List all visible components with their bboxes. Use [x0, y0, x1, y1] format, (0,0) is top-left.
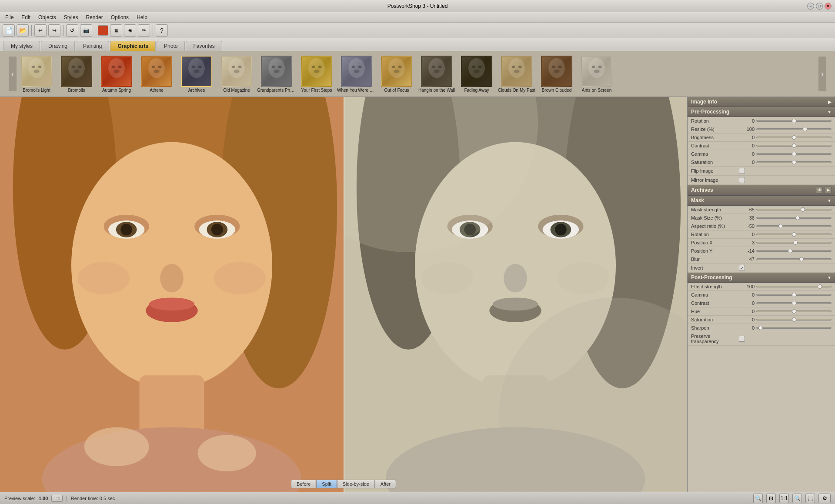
post-hue-slider[interactable] — [756, 310, 832, 312]
svg-point-8 — [108, 58, 125, 77]
zoom-window-button[interactable]: ⬚ — [805, 494, 815, 503]
tab-my-styles[interactable]: My styles — [3, 41, 40, 51]
undo-button[interactable]: ↩ — [34, 24, 47, 37]
menu-help[interactable]: Help — [133, 13, 151, 21]
preset-item-grandparents[interactable]: Grandparents Photo — [257, 56, 297, 93]
scale-11-button[interactable]: 1:1 — [51, 495, 62, 502]
view-split-button[interactable]: Split — [316, 480, 337, 488]
new-button[interactable]: 📄 — [3, 24, 15, 37]
pre-saturation-slider[interactable] — [756, 161, 832, 163]
post-saturation-row: Saturation 0 — [688, 316, 835, 324]
post-saturation-slider[interactable] — [756, 319, 832, 320]
mask-size-row: Mask Size (%) 36 — [688, 214, 835, 222]
post-effect-slider[interactable] — [756, 286, 832, 287]
pre-flip-checkbox[interactable] — [739, 168, 745, 174]
post-sharpen-slider[interactable] — [756, 327, 832, 329]
preset-item-brown[interactable]: Brown Clouded — [537, 56, 577, 93]
select-none-button[interactable] — [98, 25, 108, 36]
revert-button[interactable]: ↺ — [66, 24, 78, 37]
preset-item-autumn-spring[interactable]: Autumn Spring — [97, 56, 137, 93]
mask-blur-slider[interactable] — [756, 258, 832, 260]
presets-next-arrow[interactable]: › — [818, 57, 826, 91]
help-button[interactable]: ? — [156, 24, 168, 37]
toolbar-separator-3 — [95, 25, 95, 36]
mask-invert-checkbox[interactable]: ✓ — [739, 265, 745, 271]
zoom-in-button[interactable]: 🔍 — [792, 494, 802, 503]
post-contrast-slider[interactable] — [756, 302, 832, 304]
preset-item-focus[interactable]: Out of Focus — [377, 56, 417, 93]
canvas-divider[interactable] — [344, 97, 344, 492]
select-circle-button[interactable]: ◉ — [124, 24, 136, 37]
zoom-11-button[interactable]: 1:1 — [779, 494, 789, 503]
preset-item-archives[interactable]: Archives — [177, 56, 217, 93]
mask-posx-row: Position X 3 — [688, 239, 835, 247]
mask-posx-slider[interactable] — [756, 242, 832, 244]
mask-strength-slider[interactable] — [756, 209, 832, 210]
menu-options[interactable]: Options — [107, 13, 132, 21]
pre-rotation-slider[interactable] — [756, 120, 832, 122]
zoom-out-button[interactable]: 🔍 — [753, 494, 763, 503]
mask-aspect-thumb — [778, 224, 783, 228]
tab-drawing[interactable]: Drawing — [41, 41, 75, 51]
close-button[interactable]: ✕ — [825, 3, 832, 10]
preset-item-young[interactable]: When You Were Young — [337, 56, 377, 93]
post-preserve-checkbox[interactable] — [739, 336, 745, 342]
settings-button[interactable]: ⚙ — [818, 494, 831, 503]
archives-header[interactable]: Archives 👁 ▶ — [688, 185, 835, 196]
pre-contrast-slider[interactable] — [756, 145, 832, 147]
post-effect-label: Effect strength — [691, 284, 739, 289]
redo-button[interactable]: ↪ — [48, 24, 60, 37]
preset-item-fading[interactable]: Fading Away — [457, 56, 497, 93]
open-button[interactable]: 📂 — [17, 24, 29, 37]
preset-item-athene[interactable]: Athene — [137, 56, 177, 93]
view-before-button[interactable]: Before — [291, 480, 316, 488]
zoom-fit-button[interactable]: ⊡ — [766, 494, 776, 503]
view-after-button[interactable]: After — [375, 480, 396, 488]
preset-thumb-brown — [541, 56, 572, 87]
preset-thumb-grandparents — [261, 56, 292, 87]
menu-render[interactable]: Render — [82, 13, 106, 21]
mask-size-slider[interactable] — [756, 217, 832, 219]
select-rect-button[interactable]: ▦ — [110, 24, 122, 37]
preset-item-first-steps[interactable]: Your First Steps — [297, 56, 337, 93]
pre-processing-header[interactable]: Pre-Processing ▼ — [688, 107, 835, 117]
menu-file[interactable]: File — [2, 13, 17, 21]
pre-brightness-slider[interactable] — [756, 137, 832, 138]
archives-eye-button[interactable]: 👁 — [816, 187, 823, 194]
mask-aspect-slider[interactable] — [756, 225, 832, 227]
menu-objects[interactable]: Objects — [35, 13, 60, 21]
post-processing-header[interactable]: Post-Processing ▼ — [688, 273, 835, 283]
svg-point-2 — [38, 65, 42, 68]
pre-mirror-checkbox[interactable] — [739, 177, 745, 183]
svg-point-49 — [512, 65, 515, 68]
menu-edit[interactable]: Edit — [18, 13, 34, 21]
view-sidebyside-button[interactable]: Side-by-side — [337, 480, 375, 488]
capture-button[interactable]: 📷 — [80, 24, 92, 37]
tab-photo[interactable]: Photo — [157, 41, 185, 51]
pre-resize-slider[interactable] — [756, 128, 832, 130]
preset-item-hangin[interactable]: Hangin on the Wall — [417, 56, 457, 93]
mask-header[interactable]: Mask ▼ — [688, 196, 835, 206]
maximize-button[interactable]: □ — [816, 3, 823, 10]
svg-point-22 — [238, 65, 242, 68]
preset-item-clouds[interactable]: Clouds On My Past — [497, 56, 537, 93]
tab-graphic-arts[interactable]: Graphic arts — [110, 41, 156, 51]
preset-item-bromoils[interactable]: Bromoils — [57, 56, 97, 93]
face-right — [344, 97, 687, 492]
archives-play-button[interactable]: ▶ — [825, 187, 832, 194]
window-controls[interactable]: − □ ✕ — [807, 3, 832, 10]
presets-prev-arrow[interactable]: ‹ — [9, 57, 17, 91]
minimize-button[interactable]: − — [807, 3, 814, 10]
preset-item-old-magazine[interactable]: Old Magazine — [217, 56, 257, 93]
menu-styles[interactable]: Styles — [60, 13, 82, 21]
tab-painting[interactable]: Painting — [76, 41, 109, 51]
tab-favorites[interactable]: Favorites — [186, 41, 222, 51]
mask-posy-slider[interactable] — [756, 250, 832, 252]
preset-item-bromoils-light[interactable]: Bromoils Light — [17, 56, 57, 93]
pre-gamma-slider[interactable] — [756, 153, 832, 155]
mask-rotation-slider[interactable] — [756, 234, 832, 235]
image-info-header[interactable]: Image Info ▶ — [688, 97, 835, 107]
brush-button[interactable]: ✏ — [138, 24, 150, 37]
preset-item-ants[interactable]: Ants on Screen — [577, 56, 617, 93]
post-gamma-slider[interactable] — [756, 294, 832, 296]
